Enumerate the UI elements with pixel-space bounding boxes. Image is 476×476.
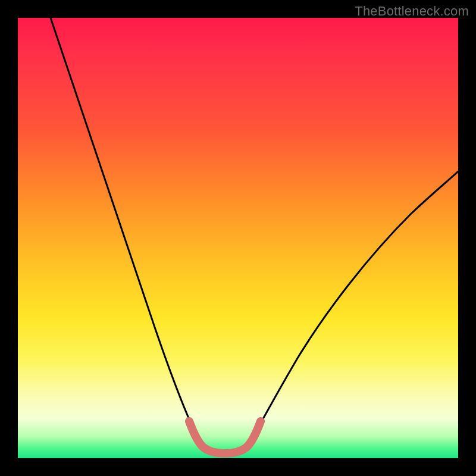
curve-left-branch (51, 18, 201, 445)
watermark-text: TheBottleneck.com (355, 4, 469, 19)
plot-area (18, 18, 458, 458)
chart-frame: TheBottleneck.com (0, 0, 476, 476)
bottleneck-curve (18, 18, 458, 458)
curve-valley-highlight (189, 421, 261, 453)
curve-right-branch (249, 171, 458, 445)
